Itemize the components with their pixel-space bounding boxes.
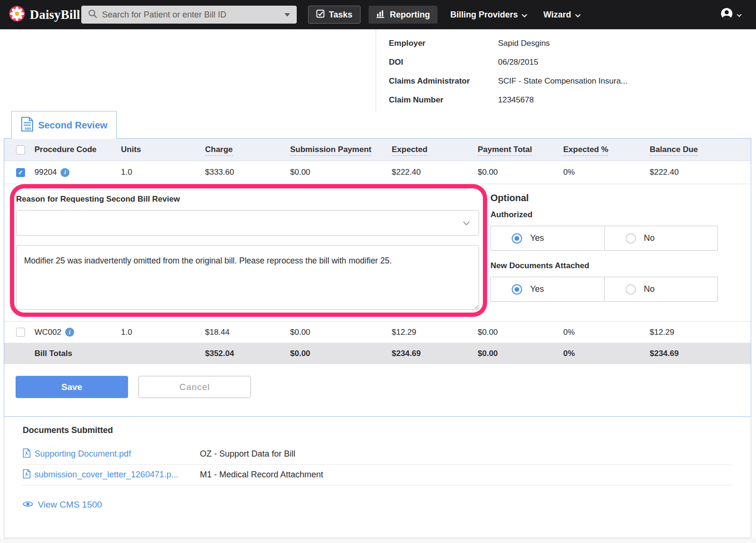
select-all-checkbox[interactable]	[16, 145, 25, 154]
save-button[interactable]: Save	[16, 376, 128, 398]
new-documents-no-label: No	[644, 284, 655, 294]
search-input[interactable]	[102, 10, 280, 20]
info-icon[interactable]: i	[60, 168, 69, 177]
cancel-button[interactable]: Cancel	[138, 376, 251, 398]
reason-dropdown[interactable]	[16, 210, 479, 236]
units-value: 1.0	[121, 168, 205, 177]
document-link[interactable]: submission_cover_letter_1260471.p...	[23, 469, 200, 481]
new-documents-label: New Documents Attached	[490, 261, 589, 271]
tab-second-review-label: Second Review	[38, 120, 108, 131]
col-units: Units	[121, 145, 205, 154]
row-checkbox-unchecked[interactable]	[16, 328, 25, 337]
view-cms-1500-link[interactable]: View CMS 1500	[23, 500, 102, 510]
claim-info-row: Claim Number 12345678	[376, 91, 718, 110]
claim-info-row: Employer Sapid Desgins	[376, 34, 718, 53]
expected-pct-value: 0%	[563, 168, 650, 177]
claim-info-value: 12345678	[498, 95, 534, 105]
total-expected-pct: 0%	[563, 349, 650, 358]
user-icon	[721, 8, 733, 22]
radio-selected-icon	[512, 284, 522, 295]
bill-totals-label: Bill Totals	[34, 349, 121, 358]
chevron-down-icon	[463, 218, 470, 228]
bill-table-header: Procedure Code Units Charge Submission P…	[4, 139, 751, 161]
authorized-radio-group: Yes No	[490, 226, 718, 251]
claim-info-value: SCIF - State Compensation Insura...	[498, 76, 627, 86]
col-expected-pct[interactable]: Expected %	[563, 145, 650, 154]
authorized-yes-option[interactable]: Yes	[491, 226, 604, 250]
svg-text:SBR: SBR	[25, 127, 31, 130]
col-submission-payment[interactable]: Submission Payment	[290, 145, 392, 154]
documents-submitted-section: Documents Submitted Supporting Document.…	[4, 417, 751, 538]
charge-value: $333.60	[205, 168, 290, 177]
billing-providers-menu[interactable]: Billing Providers	[450, 6, 527, 24]
tasks-label: Tasks	[329, 10, 352, 20]
page-bottom-strip	[0, 538, 756, 543]
claim-info-value: 06/28/2015	[498, 58, 538, 67]
table-row-wc002: WC002 i 1.0 $18.44 $0.00 $12.29 $0.00 0%…	[4, 321, 751, 343]
wizard-label: Wizard	[543, 10, 571, 20]
info-icon[interactable]: i	[65, 328, 74, 337]
second-review-panel: Procedure Code Units Charge Submission P…	[4, 138, 751, 417]
radio-unselected-icon	[626, 284, 636, 295]
tasks-check-icon	[316, 9, 325, 20]
authorized-no-option[interactable]: No	[604, 226, 718, 250]
expected-value: $12.29	[392, 328, 478, 337]
wizard-menu[interactable]: Wizard	[543, 6, 581, 24]
chevron-down-icon	[575, 10, 581, 20]
billing-providers-label: Billing Providers	[450, 10, 518, 20]
search-dropdown-caret[interactable]	[284, 13, 290, 17]
claim-info-label: Claim Number	[389, 95, 498, 105]
expected-value: $222.40	[392, 168, 478, 177]
authorized-label: Authorized	[490, 210, 533, 220]
claim-info-label: Claims Administrator	[389, 76, 498, 86]
document-filename: submission_cover_letter_1260471.p...	[34, 470, 178, 480]
expected-pct-value: 0%	[563, 328, 650, 337]
total-expected: $234.69	[392, 349, 478, 358]
daisy-flower-icon	[9, 5, 26, 24]
submission-payment-value: $0.00	[290, 328, 392, 337]
claim-info-value: Sapid Desgins	[498, 39, 550, 48]
view-cms-1500-label: View CMS 1500	[38, 500, 102, 510]
patient-search[interactable]	[81, 6, 297, 24]
total-charge: $352.04	[205, 349, 290, 358]
row-checkbox-checked[interactable]: ✓	[16, 168, 25, 177]
eye-icon	[23, 500, 33, 510]
chevron-down-icon	[522, 10, 527, 20]
authorized-no-label: No	[644, 233, 655, 243]
col-payment-total[interactable]: Payment Total	[478, 145, 563, 154]
reason-label: Reason for Requesting Second Bill Review	[16, 195, 180, 204]
pdf-file-icon	[23, 469, 31, 481]
tab-second-review[interactable]: SBR Second Review	[11, 111, 117, 139]
col-expected[interactable]: Expected	[392, 145, 478, 154]
col-charge[interactable]: Charge	[205, 145, 290, 154]
tasks-button[interactable]: Tasks	[308, 6, 361, 24]
brand-name: DaisyBill	[30, 8, 80, 22]
total-payment-total: $0.00	[478, 349, 563, 358]
reason-textarea[interactable]: Modifier 25 was inadvertently omitted fr…	[16, 245, 479, 310]
procedure-code: WC002	[34, 328, 61, 337]
claim-info-row: Claims Administrator SCIF - State Compen…	[376, 72, 718, 91]
balance-due-value: $222.40	[650, 168, 751, 177]
bill-totals-row: Bill Totals $352.04 $0.00 $234.69 $0.00 …	[4, 343, 751, 364]
table-row-99204: ✓ 99204 i 1.0 $333.60 $0.00 $222.40 $0.0…	[4, 161, 751, 184]
authorized-yes-label: Yes	[530, 233, 544, 243]
second-review-form: Reason for Requesting Second Bill Review…	[4, 184, 751, 321]
bar-chart-icon	[376, 9, 386, 20]
submission-payment-value: $0.00	[290, 168, 392, 177]
document-row: submission_cover_letter_1260471.p... M1 …	[23, 465, 732, 485]
new-documents-yes-option[interactable]: Yes	[491, 277, 604, 301]
new-documents-radio-group: Yes No	[490, 277, 718, 302]
sbr-document-icon: SBR	[21, 117, 34, 134]
new-documents-no-option[interactable]: No	[604, 277, 718, 301]
document-link[interactable]: Supporting Document.pdf	[23, 448, 200, 460]
reporting-label: Reporting	[390, 10, 430, 20]
document-row: Supporting Document.pdf OZ - Support Dat…	[23, 444, 732, 465]
reporting-button[interactable]: Reporting	[369, 6, 438, 24]
col-balance-due[interactable]: Balance Due	[650, 145, 751, 154]
document-type: M1 - Medical Record Attachment	[200, 470, 323, 480]
document-filename: Supporting Document.pdf	[34, 449, 131, 459]
balance-due-value: $12.29	[650, 328, 751, 337]
total-balance-due: $234.69	[650, 349, 751, 358]
brand-logo[interactable]: DaisyBill	[9, 5, 80, 24]
user-account-menu[interactable]	[721, 6, 742, 24]
